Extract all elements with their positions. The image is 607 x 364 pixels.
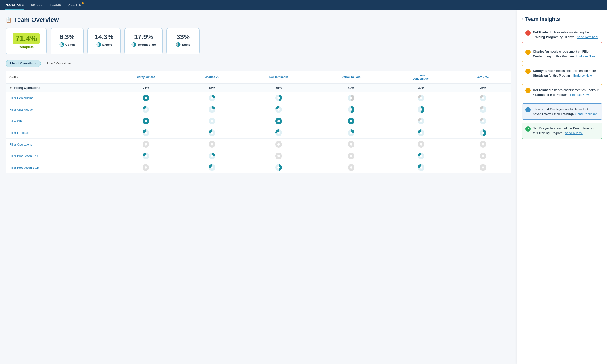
skill-name-production-start[interactable]: Filler Production Start [6, 162, 110, 173]
endorse-now-link-del[interactable]: Endorse Now [570, 93, 589, 96]
svg-point-27 [482, 108, 484, 111]
col-header-del: Del Tomberlin [243, 71, 315, 83]
pie-lubrication-derick [315, 127, 387, 139]
insight-card-karolyn-endorsement: ! Karolyn Britton needs endorsement on F… [522, 65, 602, 81]
endorse-now-link-karolyn[interactable]: Endorse Now [573, 74, 592, 77]
insight-text-charles: Charles Vu needs endorsement on Filler C… [533, 49, 599, 59]
pie-cip-jeff [455, 116, 511, 127]
skill-name-operations[interactable]: Filler Operations [6, 139, 110, 150]
stat-value-basic: 33% [173, 33, 193, 41]
pie-prodstart-harry [387, 162, 455, 173]
pie-lubrication-charles: ! [181, 127, 243, 139]
stats-row: 71.4% Complete 6.3% Coach 14.3% [6, 28, 511, 54]
pie-cip-charles [181, 116, 243, 127]
svg-point-83 [350, 166, 352, 169]
pie-centerlining-charles [181, 92, 243, 104]
endorse-now-link-charles[interactable]: Endorse Now [576, 54, 595, 58]
svg-point-47 [350, 131, 352, 134]
svg-point-79 [211, 166, 213, 169]
pie-lubrication-carey [110, 127, 181, 139]
collapse-icon[interactable]: ▼ [10, 87, 12, 89]
stat-label-coach: Coach [57, 42, 77, 47]
insight-card-employees-training: i There are 4 Employes on this team that… [522, 103, 602, 120]
svg-point-67 [211, 155, 213, 157]
skill-name-lubrication[interactable]: Filler Lubrication [6, 127, 110, 139]
expert-pie-icon [96, 42, 101, 47]
group-name-filling: ▼Filling Operations [6, 83, 110, 92]
svg-point-55 [211, 143, 213, 145]
pie-changeover-derick [315, 104, 387, 116]
svg-point-77 [145, 166, 147, 169]
skill-name-production-end[interactable]: Filler Production End [6, 150, 110, 162]
coach-pie-icon [59, 42, 64, 47]
nav-item-alerts[interactable]: ALERTS [68, 0, 81, 10]
svg-point-33 [277, 120, 280, 122]
page-title-row: 📋 Team Overview [6, 16, 511, 24]
svg-point-35 [350, 120, 352, 122]
stat-value-coach: 6.3% [57, 33, 77, 41]
pie-centerlining-jeff [455, 92, 511, 104]
pie-centerlining-del [243, 92, 315, 104]
skill-col-header: Skill ↑ [6, 71, 110, 83]
group-pct-derick: 40% [315, 83, 387, 92]
pie-prodstart-charles [181, 162, 243, 173]
skill-row-production-start: Filler Production Start [6, 162, 511, 173]
svg-point-31 [211, 120, 213, 122]
pie-prodend-harry [387, 150, 455, 162]
sort-icon[interactable]: ↑ [17, 75, 18, 79]
send-reminder-link-del[interactable]: Send Reminder [577, 35, 598, 39]
insight-text-del-endorsement: Del Tomberlin needs endorsement on Locko… [533, 88, 599, 97]
group-pct-del: 65% [243, 83, 315, 92]
svg-point-41 [145, 131, 147, 134]
svg-point-39 [482, 120, 484, 122]
skill-row-changeover: Filler Changeover [6, 104, 511, 116]
pie-prodstart-carey [110, 162, 181, 173]
svg-point-53 [145, 143, 147, 145]
svg-point-37 [420, 120, 422, 122]
nav-item-teams[interactable]: TEAMS [50, 0, 61, 10]
insight-text-employees: There are 4 Employes on this team that h… [533, 107, 599, 116]
pie-centerlining-harry [387, 92, 455, 104]
skill-row-cip: Filler CIP [6, 116, 511, 127]
svg-point-65 [145, 155, 147, 157]
nav-item-programs[interactable]: PROGRAMS [5, 0, 24, 10]
skill-name-cip[interactable]: Filler CIP [6, 116, 110, 127]
pie-lubrication-del [243, 127, 315, 139]
alert-icon-yellow-1: ! [526, 50, 531, 55]
pie-prodend-carey [110, 150, 181, 162]
alert-icon-yellow-3: ! [526, 88, 531, 93]
pie-prodstart-jeff [455, 162, 511, 173]
pie-lubrication-jeff [455, 127, 511, 139]
skill-row-lubrication: Filler Lubrication ! [6, 127, 511, 139]
nav-item-skills[interactable]: SKILLS [31, 0, 43, 10]
page-title-icon: 📋 [6, 17, 12, 23]
skill-row-production-end: Filler Production End [6, 150, 511, 162]
send-reminder-link-employees[interactable]: Send Reminder [575, 112, 597, 116]
pie-changeover-harry [387, 104, 455, 116]
svg-point-7 [211, 97, 213, 99]
tab-line2[interactable]: Line 2 Operations [43, 60, 76, 67]
pie-centerlining-carey [110, 92, 181, 104]
tab-line1[interactable]: Line 1 Operations [6, 60, 41, 67]
pie-prodend-del [243, 150, 315, 162]
skill-name-centerlining[interactable]: Filler Centerlining [6, 92, 110, 104]
skill-row-operations: Filler Operations [6, 139, 511, 150]
pie-prodend-jeff [455, 150, 511, 162]
alert-icon-red: ! [526, 30, 531, 36]
page-title: Team Overview [14, 16, 59, 24]
insight-text-jeff: Jeff Dreyer has reached the Coach level … [533, 126, 599, 135]
pie-centerlining-derick [315, 92, 387, 104]
stat-card-coach: 6.3% Coach [51, 28, 84, 54]
pie-changeover-jeff [455, 104, 511, 116]
alerts-dot [82, 2, 84, 4]
pie-operations-carey [110, 139, 181, 150]
insight-card-del-overdue: ! Del Tomberlin is overdue on starting t… [522, 26, 602, 43]
col-header-derick: Derick Sollars [315, 71, 387, 83]
group-pct-charles: 56% [181, 83, 243, 92]
skill-name-changeover[interactable]: Filler Changeover [6, 104, 110, 116]
stat-value-complete: 71.4% [13, 33, 40, 44]
svg-point-81 [277, 166, 280, 169]
insight-card-jeff-coach: ✓ Jeff Dreyer has reached the Coach leve… [522, 122, 602, 139]
pie-cip-carey [110, 116, 181, 127]
send-kudos-link-jeff[interactable]: Send Kudos! [565, 131, 582, 135]
